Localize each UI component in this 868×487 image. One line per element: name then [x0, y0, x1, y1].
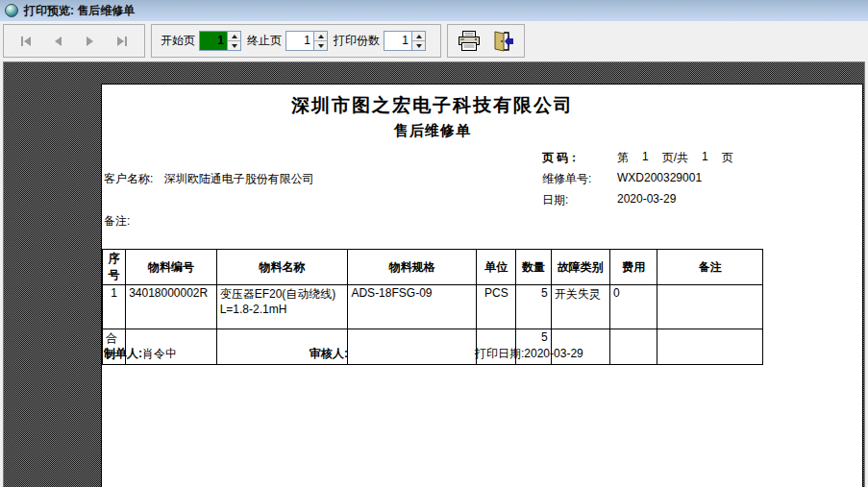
page-word-last: 页: [722, 150, 733, 166]
date-value: 2020-03-29: [617, 192, 676, 208]
col-header-cost: 费用: [610, 250, 657, 285]
exit-button[interactable]: [486, 28, 519, 55]
end-page-input[interactable]: 1: [285, 31, 313, 51]
cell-note: [657, 285, 763, 329]
print-date-value: 2020-03-29: [524, 347, 583, 360]
start-page-spin-down-button[interactable]: [228, 40, 240, 50]
report-title: 售后维修单: [102, 122, 763, 140]
first-page-button[interactable]: [13, 30, 38, 53]
repair-order-label: 维修单号:: [542, 171, 617, 187]
end-page-spin-down-button[interactable]: [314, 40, 327, 50]
copies-spin-down-button[interactable]: [412, 40, 425, 50]
cell-fault: 开关失灵: [551, 285, 609, 329]
print-actions-panel: [447, 24, 525, 58]
cell-code: 34018000002R: [126, 285, 217, 329]
table-header-row: 序号 物料编号 物料名称 物料规格 单位 数量 故障类别 费用 备注: [103, 250, 763, 285]
page-range-panel: 开始页 1 终止页 1 打印份数 1: [151, 24, 441, 58]
page-word-mid: 页/共: [662, 150, 688, 166]
col-header-qty: 数量: [516, 250, 551, 285]
globe-icon: [5, 4, 18, 17]
toolbar: 开始页 1 终止页 1 打印份数 1: [0, 21, 868, 61]
repair-items-table: 序号 物料编号 物料名称 物料规格 单位 数量 故障类别 费用 备注 1 340…: [102, 249, 763, 365]
end-page-spinner: 1: [285, 31, 328, 51]
next-page-icon: [87, 37, 93, 46]
spin-down-icon: [232, 44, 237, 48]
page-number-label: 页 码：: [542, 150, 617, 166]
customer-label: 客户名称:: [104, 172, 153, 185]
cell-qty: 5: [516, 285, 551, 329]
cell-cost: 0: [610, 285, 657, 329]
maker-value: 肖令中: [142, 347, 177, 360]
repair-order-value: WXD200329001: [617, 171, 702, 187]
customer-value: 深圳欧陆通电子股份有限公司: [164, 172, 314, 185]
copies-input[interactable]: 1: [384, 31, 411, 51]
maker-label: 制单人:: [104, 347, 142, 360]
next-page-button[interactable]: [78, 30, 103, 53]
prev-page-button[interactable]: [45, 30, 70, 53]
table-row: 1 34018000002R 变压器EF20(自动绕线) L=1.8-2.1mH…: [103, 285, 763, 329]
prev-page-icon: [55, 37, 62, 46]
cell-spec: ADS-18FSG-09: [348, 285, 477, 329]
page-number-row: 页 码： 第 1 页/共 1 页: [542, 150, 733, 166]
auditor-label: 审核人:: [310, 346, 348, 362]
cell-unit: PCS: [477, 285, 516, 329]
table-total-row: 合计 5: [103, 329, 763, 365]
remark-label: 备注:: [104, 213, 130, 230]
last-page-button[interactable]: [110, 30, 135, 53]
printer-icon: [457, 30, 482, 53]
start-page-input[interactable]: 1: [199, 31, 227, 51]
end-page-spin-up-button[interactable]: [314, 32, 327, 40]
col-header-name: 物料名称: [216, 250, 348, 285]
start-page-spinner: 1: [199, 31, 241, 51]
copies-spinner: 1: [384, 31, 426, 51]
col-header-spec: 物料规格: [348, 250, 477, 285]
first-page-icon: [21, 37, 23, 46]
cell-seq: 1: [103, 285, 126, 329]
title-bar: 打印预览: 售后维修单: [0, 0, 868, 21]
page-current-value: 1: [642, 150, 649, 166]
page-total-value: 1: [702, 150, 708, 166]
report-page: 深圳市图之宏电子科技有限公司 售后维修单 页 码： 第 1 页/共 1 页 维修…: [101, 84, 863, 487]
col-header-seq: 序号: [103, 250, 126, 285]
date-label: 日期:: [542, 192, 617, 208]
col-header-note: 备注: [657, 250, 763, 285]
page-word-first: 第: [617, 150, 629, 166]
spin-down-icon: [318, 44, 324, 48]
cell-name: 变压器EF20(自动绕线) L=1.8-2.1mH: [216, 285, 348, 329]
repair-order-row: 维修单号: WXD200329001: [542, 171, 702, 187]
spin-up-icon: [416, 35, 422, 38]
print-preview-window: 打印预览: 售后维修单 开始页 1: [0, 0, 868, 487]
copies-spin-up-button[interactable]: [412, 32, 425, 40]
print-date-label: 打印日期:: [475, 347, 524, 360]
customer-row: 客户名称: 深圳欧陆通电子股份有限公司: [104, 171, 314, 187]
print-button[interactable]: [453, 28, 485, 55]
preview-canvas[interactable]: 深圳市图之宏电子科技有限公司 售后维修单 页 码： 第 1 页/共 1 页 维修…: [3, 61, 865, 487]
start-page-spin-up-button[interactable]: [228, 32, 240, 40]
copies-label: 打印份数: [334, 33, 380, 49]
company-name: 深圳市图之宏电子科技有限公司: [102, 93, 763, 118]
window-title: 打印预览: 售后维修单: [24, 3, 135, 19]
col-header-code: 物料编号: [126, 250, 217, 285]
spin-up-icon: [318, 35, 324, 38]
col-header-unit: 单位: [477, 250, 516, 285]
col-header-fault: 故障类别: [551, 250, 609, 285]
start-page-label: 开始页: [161, 33, 195, 49]
end-page-label: 终止页: [247, 33, 282, 49]
date-row: 日期: 2020-03-29: [542, 192, 676, 208]
last-page-icon: [117, 37, 124, 46]
exit-door-icon: [491, 30, 514, 53]
spin-down-icon: [416, 44, 422, 48]
spin-up-icon: [232, 35, 237, 38]
page-nav-panel: [3, 24, 145, 58]
